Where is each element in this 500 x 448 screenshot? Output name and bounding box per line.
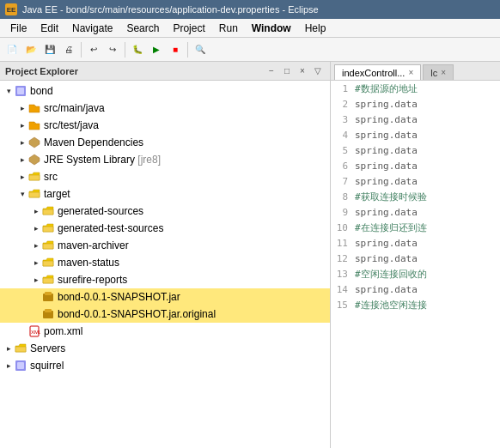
toolbar-btn-open[interactable]: 📂 [22,41,40,58]
code-line-12: 12spring.data [331,251,500,266]
code-line-9: 9spring.data [331,204,500,220]
svg-marker-3 [29,154,40,165]
tree-toggle-src-test-java[interactable]: ▸ [17,120,27,130]
tree-toggle-generated-test-sources[interactable]: ▸ [31,223,41,233]
toolbar-btn-run[interactable]: ▶ [148,41,165,58]
line-num-9: 9 [331,207,355,218]
svg-text:XML: XML [31,330,40,335]
tree-item-src-main-java[interactable]: ▸src/main/java [0,100,330,117]
tree-label-jar2: bond-0.0.1-SNAPSHOT.jar.original [58,308,216,320]
tree-label-jar1: bond-0.0.1-SNAPSHOT.jar [58,291,180,303]
tree-toggle-jar1 [31,292,41,302]
tree-item-target[interactable]: ▾target [0,185,330,203]
tree-toggle-jre-lib[interactable]: ▸ [17,154,27,165]
toolbar-btn-debug[interactable]: 🐛 [129,41,146,58]
code-tab-close-tab1[interactable]: × [408,68,413,77]
tree-item-src-test-java[interactable]: ▸src/test/java [0,117,330,134]
tree-icon-generated-test-sources [41,221,55,235]
project-explorer-panel: Project Explorer − □ × ▽ ▾bond▸src/main/… [0,62,331,448]
line-num-2: 2 [331,99,355,110]
tree-label-bond: bond [30,85,53,97]
tree-item-squirrel[interactable]: ▸squirrel [0,357,330,374]
tree-toggle-maven-archiver[interactable]: ▸ [31,240,41,251]
code-tab-label-tab1: indexControll... [342,68,405,78]
tree-toggle-src[interactable]: ▸ [17,172,27,182]
tree-label-surefire-reports: surefire-reports [58,274,127,286]
line-num-4: 4 [331,130,355,141]
tree-toggle-maven-status[interactable]: ▸ [31,257,41,268]
line-num-5: 5 [331,145,355,156]
code-line-2: 2spring.data [331,96,500,112]
explorer-minimize-btn[interactable]: − [265,64,278,78]
code-line-3: 3spring.data [331,112,500,127]
line-content-7: spring.data [355,176,418,187]
tree-icon-maven-deps [27,136,41,149]
tree-icon-servers [14,342,27,355]
line-num-8: 8 [331,191,355,203]
tree-item-jar1[interactable]: bond-0.0.1-SNAPSHOT.jar [0,288,330,306]
tree-icon-pom: XML [27,324,41,338]
line-content-11: spring.data [355,238,418,249]
code-tab-close-tab2[interactable]: × [441,68,446,77]
tree-item-maven-archiver[interactable]: ▸maven-archiver [0,237,330,254]
line-content-6: spring.data [355,160,418,172]
explorer-close-btn[interactable]: × [296,64,309,78]
code-tab-tab1[interactable]: indexControll...× [334,64,421,80]
tree-toggle-generated-sources[interactable]: ▸ [31,206,41,216]
tree-item-generated-test-sources[interactable]: ▸generated-test-sources [0,220,330,237]
tree-item-pom[interactable]: XMLpom.xml [0,323,330,340]
code-line-7: 7spring.data [331,173,500,189]
tree-label-maven-archiver: maven-archiver [58,239,129,251]
tree-toggle-surefire-reports[interactable]: ▸ [31,275,41,285]
toolbar-btn-save[interactable]: 💾 [41,41,58,58]
tree-item-surefire-reports[interactable]: ▸surefire-reports [0,271,330,288]
toolbar-btn-undo[interactable]: ↩ [85,41,102,58]
title-bar: EE Java EE - bond/src/main/resources/app… [0,0,500,19]
menu-item-file[interactable]: File [3,21,34,36]
tree-item-jre-lib[interactable]: ▸JRE System Library [jre8] [0,151,330,168]
explorer-maxrestore-btn[interactable]: □ [280,64,294,78]
toolbar-btn-search[interactable]: 🔍 [192,41,209,58]
code-tab-tab2[interactable]: lc× [423,64,454,80]
tree-toggle-target[interactable]: ▾ [17,189,27,199]
toolbar-btn-stop[interactable]: ■ [167,41,184,58]
tree-toggle-maven-deps[interactable]: ▸ [17,137,27,148]
tree-item-maven-deps[interactable]: ▸Maven Dependencies [0,134,330,151]
tree-icon-maven-status [41,256,55,269]
line-content-3: spring.data [355,114,418,125]
tree-item-bond[interactable]: ▾bond [0,82,330,100]
tree-label-maven-status: maven-status [58,257,119,269]
line-num-14: 14 [331,284,355,295]
tree-toggle-servers[interactable]: ▸ [3,343,14,354]
menu-item-navigate[interactable]: Navigate [65,21,119,36]
menu-item-project[interactable]: Project [166,21,211,36]
tree-toggle-squirrel[interactable]: ▸ [3,360,14,371]
menu-item-window[interactable]: Window [245,21,298,36]
menu-item-edit[interactable]: Edit [34,21,65,36]
line-content-9: spring.data [355,207,418,218]
tree-icon-src-main-java [27,101,41,115]
svg-rect-11 [17,362,24,369]
toolbar-btn-new[interactable]: 📄 [3,41,21,58]
line-content-4: spring.data [355,130,418,141]
menu-item-help[interactable]: Help [298,21,333,36]
toolbar-btn-print[interactable]: 🖨 [60,41,77,58]
toolbar-btn-redo[interactable]: ↪ [104,41,121,58]
tree-toggle-jar2 [31,309,41,319]
explorer-view-menu-btn[interactable]: ▽ [311,64,325,78]
menu-item-search[interactable]: Search [119,21,166,36]
tree-item-maven-status[interactable]: ▸maven-status [0,254,330,271]
line-num-3: 3 [331,114,355,125]
tree-toggle-bond[interactable]: ▾ [3,86,14,96]
svg-rect-7 [45,309,52,312]
tree-item-generated-sources[interactable]: ▸generated-sources [0,203,330,220]
code-line-11: 11spring.data [331,235,500,251]
line-num-13: 13 [331,269,355,280]
tree-item-src[interactable]: ▸src [0,168,330,185]
tree-item-servers[interactable]: ▸Servers [0,340,330,357]
line-content-12: spring.data [355,253,418,264]
tree-item-jar2[interactable]: bond-0.0.1-SNAPSHOT.jar.original [0,306,330,323]
menu-item-run[interactable]: Run [212,21,245,36]
tree-label-src: src [44,171,58,183]
tree-toggle-src-main-java[interactable]: ▸ [17,103,27,113]
